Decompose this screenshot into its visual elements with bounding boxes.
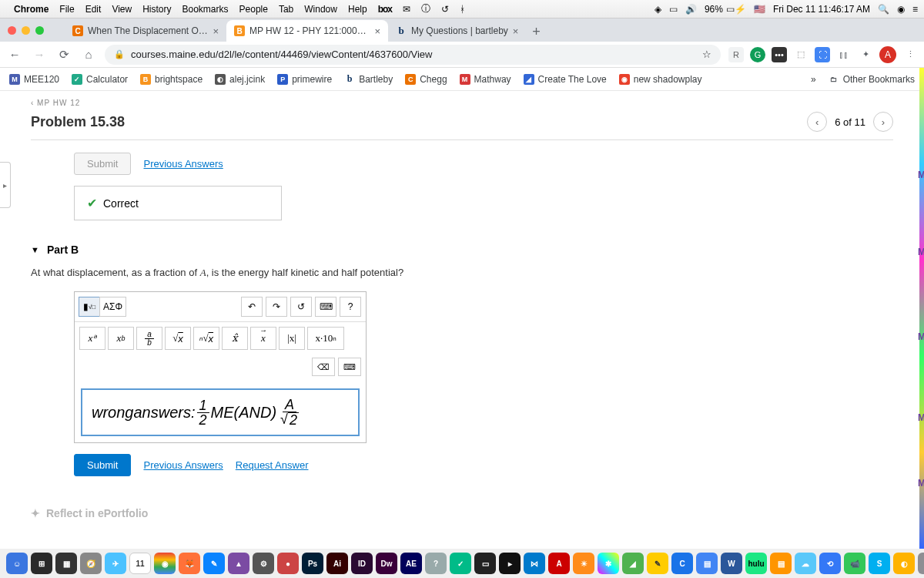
math-xb[interactable]: xb (108, 327, 134, 350)
redo-button[interactable]: ↷ (266, 297, 287, 317)
home-button[interactable]: ⌂ (80, 46, 97, 63)
bm-overflow[interactable]: » (811, 74, 816, 85)
bm-bartleby[interactable]: bBartleby (344, 74, 393, 85)
menu-bookmarks[interactable]: Bookmarks (182, 4, 229, 15)
star-icon[interactable]: ☆ (702, 49, 711, 60)
flag-icon[interactable]: 🇺🇸 (754, 4, 765, 15)
app-icon[interactable]: ▲ (228, 553, 249, 574)
bm-brightspace[interactable]: Bbrightspace (140, 74, 203, 85)
back-button[interactable]: ← (6, 46, 23, 63)
word-icon[interactable]: W (721, 553, 742, 574)
forward-button[interactable]: → (31, 46, 48, 63)
address-bar[interactable]: 🔒 courses.maine.edu/d2l/le/content/44469… (105, 45, 721, 65)
menu-people[interactable]: People (239, 4, 268, 15)
menu-help[interactable]: Help (348, 4, 367, 15)
ext-icon-3[interactable]: ••• (772, 47, 787, 62)
backspace-button[interactable]: ⌫ (312, 358, 335, 376)
bm-calculator[interactable]: ✓Calculator (72, 74, 128, 85)
illustrator-icon[interactable]: Ai (326, 553, 348, 574)
dreamweaver-icon[interactable]: Dw (376, 553, 397, 574)
app-icon[interactable]: A (548, 553, 570, 574)
app-icon[interactable]: ✎ (647, 553, 668, 574)
math-abs[interactable]: |x| (279, 327, 305, 350)
help-button[interactable]: ? (340, 297, 361, 317)
menu-tab[interactable]: Tab (279, 4, 293, 15)
answer-input[interactable]: wronganswers: 12 ME(AND) A √2 (81, 388, 360, 436)
reflect-eportfolio[interactable]: ✦ Reflect in ePortfolio (31, 507, 893, 519)
new-tab-button[interactable]: + (526, 22, 546, 42)
vscode-icon[interactable]: ⋈ (524, 553, 545, 574)
help-icon[interactable]: ? (425, 553, 447, 574)
app-icon[interactable]: ⚙ (918, 553, 924, 574)
slack-icon[interactable]: ✱ (598, 553, 619, 574)
chrome-icon[interactable]: ◉ (154, 553, 176, 574)
equalizer-icon[interactable]: ⫿⫿ (836, 47, 852, 62)
bm-other[interactable]: 🗀Other Bookmarks (829, 74, 915, 85)
tab-chegg[interactable]: C When The Displacement Of A M × (65, 20, 226, 42)
tab-close-icon[interactable]: × (374, 25, 380, 37)
bm-primewire[interactable]: Pprimewire (277, 74, 332, 85)
previous-answers-link-2[interactable]: Previous Answers (143, 459, 223, 471)
indesign-icon[interactable]: ID (351, 553, 373, 574)
bm-shadowplay[interactable]: ◉new shadowplay (619, 74, 702, 85)
ext-icon-1[interactable]: R (728, 47, 744, 62)
app-icon[interactable]: ☁ (795, 553, 816, 574)
calendar-icon[interactable]: 11 (129, 553, 151, 574)
mission-icon[interactable]: ▦ (55, 553, 77, 574)
box-icon[interactable]: box (378, 4, 392, 15)
app-icon[interactable]: ◢ (622, 553, 644, 574)
chrome-menu-icon[interactable]: ⋮ (902, 47, 918, 62)
tool-greek[interactable]: ΑΣΦ (99, 297, 126, 317)
app-icon[interactable]: ● (277, 553, 299, 574)
window-minimize[interactable] (22, 26, 30, 35)
app-icon[interactable]: ⟲ (819, 553, 841, 574)
math-xhat[interactable]: x̂ (222, 327, 248, 350)
menu-view[interactable]: View (112, 4, 132, 15)
reset-button[interactable]: ↺ (290, 297, 312, 317)
accessibility-icon[interactable]: ⓘ (421, 2, 430, 15)
pager-next[interactable]: › (873, 112, 893, 132)
undo-button[interactable]: ↶ (241, 297, 263, 317)
window-close[interactable] (8, 26, 16, 35)
bluetooth-icon[interactable]: ᚼ (460, 4, 465, 15)
tab-brightspace[interactable]: B MP HW 12 - PHY 121:0001-Phy × (226, 20, 388, 42)
window-maximize[interactable] (35, 26, 44, 35)
skype-icon[interactable]: S (869, 553, 890, 574)
breadcrumb[interactable]: ‹ MP HW 12 (31, 99, 893, 107)
translate-icon[interactable]: ⛶ (815, 47, 830, 62)
keyboard-mini-button[interactable]: ⌨ (338, 358, 361, 376)
grammarly-icon[interactable]: G (750, 47, 765, 62)
previous-answers-link[interactable]: Previous Answers (143, 158, 223, 170)
math-xvec[interactable]: →x (250, 327, 276, 350)
terminal-icon[interactable]: ▭ (474, 553, 496, 574)
part-b-header[interactable]: ▼ Part B (31, 244, 893, 256)
safari-icon[interactable]: 🧭 (80, 553, 102, 574)
menu-history[interactable]: History (142, 4, 171, 15)
aftereffects-icon[interactable]: AE (400, 553, 422, 574)
sync-icon[interactable]: ↺ (441, 4, 449, 15)
math-sqrt[interactable]: √x (165, 327, 191, 350)
hulu-icon[interactable]: hulu (745, 553, 767, 574)
control-center-icon[interactable]: ≡ (912, 4, 918, 15)
bm-chegg[interactable]: CChegg (405, 74, 447, 85)
tab-bartleby[interactable]: b My Questions | bartleby × (388, 20, 526, 42)
submit-button[interactable]: Submit (74, 454, 131, 476)
facetime-icon[interactable]: 📹 (844, 553, 865, 574)
menu-window[interactable]: Window (304, 4, 337, 15)
app-icon[interactable]: ✓ (450, 553, 471, 574)
request-answer-link[interactable]: Request Answer (236, 459, 309, 471)
battery-status[interactable]: 96% ▭⚡ (705, 4, 746, 15)
math-frac[interactable]: ab (136, 327, 162, 350)
bm-mee120[interactable]: MMEE120 (9, 74, 59, 85)
volume-icon[interactable]: 🔊 (685, 4, 697, 15)
spotlight-icon[interactable]: 🔍 (878, 4, 889, 15)
app-icon[interactable]: ☀ (573, 553, 594, 574)
app-icon[interactable]: ▸ (499, 553, 521, 574)
app-icon[interactable]: ✎ (203, 553, 225, 574)
siri-icon[interactable]: ◉ (897, 4, 905, 15)
mail-icon[interactable]: ✉ (403, 4, 410, 15)
pager-prev[interactable]: ‹ (807, 112, 827, 132)
app-icon[interactable]: ▤ (770, 553, 792, 574)
app-icon[interactable]: ✈ (105, 553, 126, 574)
finder-icon[interactable]: ☺ (6, 553, 28, 574)
